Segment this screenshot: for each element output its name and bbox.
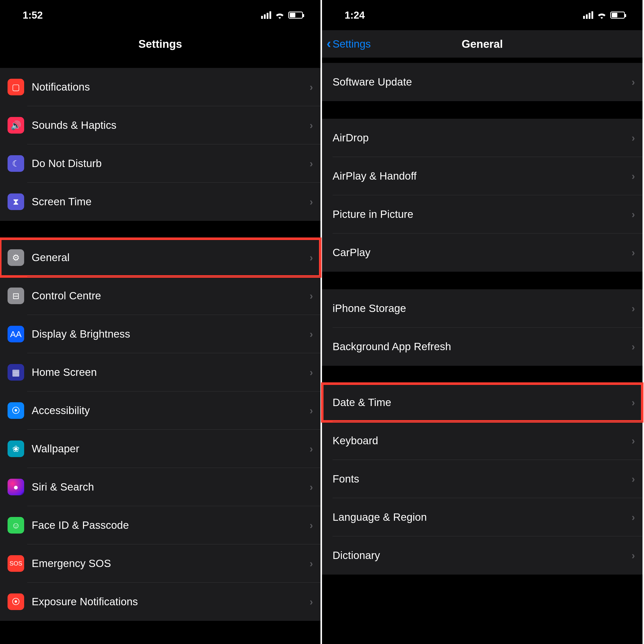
row-label: Wallpaper [32,443,310,455]
row-airdrop[interactable]: AirDrop› [322,119,642,157]
chevron-right-icon: › [310,120,313,131]
accessibility-icon: ⦿ [8,402,24,419]
siri-icon-glyph: ● [13,482,19,492]
chevron-right-icon: › [310,405,313,416]
general-list: Software Update›AirDrop›AirPlay & Handof… [322,63,642,575]
back-button[interactable]: ‹ Settings [327,30,371,58]
chevron-right-icon: › [310,481,313,493]
row-exposure[interactable]: ⦿Exposure Notifications› [0,583,320,621]
wifi-icon [275,11,285,19]
chevron-right-icon: › [632,512,635,523]
faceid-icon-glyph: ☺ [12,520,20,530]
battery-fill [612,13,617,17]
row-label: Do Not Disturb [32,157,310,170]
sounds-icon-glyph: 🔊 [11,120,21,130]
row-label: Display & Brightness [32,328,310,340]
dnd-icon: ☾ [8,155,24,172]
battery-icon [610,12,625,19]
row-dnd[interactable]: ☾Do Not Disturb› [0,144,320,183]
control-icon-glyph: ⊟ [12,291,19,301]
wallpaper-icon-glyph: ❀ [12,444,19,454]
sounds-icon: 🔊 [8,117,24,134]
chevron-right-icon: › [632,550,635,561]
row-label: iPhone Storage [333,302,632,314]
row-storage[interactable]: iPhone Storage› [322,289,642,328]
row-general[interactable]: ⚙General› [0,238,320,277]
row-label: Fonts [333,473,632,485]
chevron-right-icon: › [632,132,635,144]
row-label: Language & Region [333,511,632,523]
row-label: Dictionary [333,549,632,561]
row-fonts[interactable]: Fonts› [322,460,642,498]
row-keyboard[interactable]: Keyboard› [322,422,642,460]
row-label: Emergency SOS [32,557,310,570]
home-icon-glyph: ▦ [12,367,20,377]
chevron-right-icon: › [632,76,635,88]
status-indicators [261,11,303,19]
chevron-right-icon: › [310,196,313,208]
row-label: Home Screen [32,366,310,378]
sos-icon-glyph: SOS [10,560,22,567]
chevron-right-icon: › [310,596,313,608]
row-label: Face ID & Passcode [32,519,310,531]
row-label: AirPlay & Handoff [333,170,632,182]
row-siri[interactable]: ●Siri & Search› [0,468,320,506]
chevron-right-icon: › [310,443,313,455]
row-airplay[interactable]: AirPlay & Handoff› [322,157,642,195]
row-home[interactable]: ▦Home Screen› [0,353,320,391]
row-dict[interactable]: Dictionary› [322,536,642,575]
row-swupdate[interactable]: Software Update› [322,63,642,101]
accessibility-icon-glyph: ⦿ [12,406,20,416]
control-icon: ⊟ [8,288,24,304]
row-wallpaper[interactable]: ❀Wallpaper› [0,430,320,468]
row-carplay[interactable]: CarPlay› [322,233,642,272]
chevron-right-icon: › [632,247,635,258]
chevron-right-icon: › [310,329,313,340]
siri-icon: ● [8,479,24,495]
chevron-right-icon: › [310,367,313,378]
chevron-right-icon: › [632,435,635,447]
page-title: General [462,38,503,50]
row-bgrefresh[interactable]: Background App Refresh› [322,328,642,366]
chevron-right-icon: › [310,82,313,93]
row-label: General [32,252,310,264]
general-icon-glyph: ⚙ [12,253,20,263]
row-datetime[interactable]: Date & Time› [322,383,642,422]
exposure-icon: ⦿ [8,593,24,610]
chevron-right-icon: › [632,397,635,408]
row-screentime[interactable]: ⧗Screen Time› [0,183,320,221]
wifi-icon [597,11,607,19]
chevron-right-icon: › [632,341,635,352]
settings-group: ▢Notifications›🔊Sounds & Haptics›☾Do Not… [0,68,320,221]
status-time: 1:52 [23,10,43,21]
row-label: Accessibility [32,405,310,417]
row-pip[interactable]: Picture in Picture› [322,195,642,233]
row-lang[interactable]: Language & Region› [322,498,642,536]
settings-group: ⚙General›⊟Control Centre›AADisplay & Bri… [0,238,320,621]
row-label: Picture in Picture [333,208,632,220]
row-faceid[interactable]: ☺Face ID & Passcode› [0,506,320,544]
row-label: Software Update [333,76,632,88]
chevron-left-icon: ‹ [327,35,331,51]
exposure-icon-glyph: ⦿ [12,597,20,607]
notifications-icon-glyph: ▢ [12,82,20,92]
screentime-icon-glyph: ⧗ [13,197,19,207]
row-accessibility[interactable]: ⦿Accessibility› [0,391,320,430]
row-label: Control Centre [32,290,310,302]
chevron-right-icon: › [632,171,635,182]
row-notifications[interactable]: ▢Notifications› [0,68,320,106]
battery-fill [290,13,295,17]
display-icon-glyph: AA [10,329,21,339]
row-display[interactable]: AADisplay & Brightness› [0,315,320,353]
row-label: AirDrop [333,132,632,144]
page-title: Settings [138,38,182,50]
row-sounds[interactable]: 🔊Sounds & Haptics› [0,106,320,144]
row-label: Screen Time [32,196,310,208]
row-label: Background App Refresh [333,341,632,353]
chevron-right-icon: › [310,252,313,263]
row-label: Sounds & Haptics [32,119,310,131]
sos-icon: SOS [8,555,24,572]
row-sos[interactable]: SOSEmergency SOS› [0,544,320,583]
row-control[interactable]: ⊟Control Centre› [0,277,320,315]
status-bar: 1:52 [0,0,320,30]
